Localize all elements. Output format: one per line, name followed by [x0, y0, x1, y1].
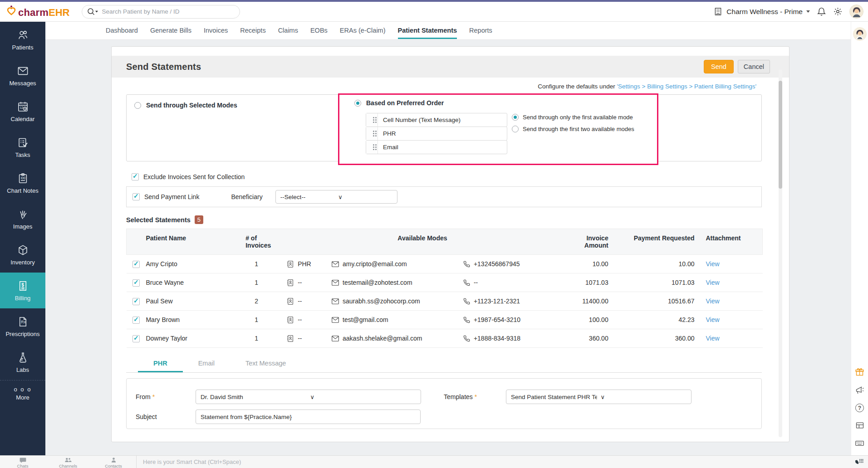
- search-filter-caret-icon[interactable]: [95, 11, 98, 13]
- person-icon: [111, 457, 117, 463]
- app-header: charm EHR Charm Wellness - Prime: [0, 2, 868, 22]
- scrollbar-thumb[interactable]: [779, 81, 782, 189]
- phone-value: +1987-654-3210: [474, 316, 520, 323]
- search-input[interactable]: [102, 8, 235, 15]
- first-two-modes-radio[interactable]: [512, 126, 519, 132]
- sidebar-item-tasks[interactable]: Tasks: [0, 129, 45, 165]
- email-value: testemail@zohotest.com: [343, 279, 412, 286]
- order-item-cell-number[interactable]: Cell Number (Text Message): [366, 113, 507, 127]
- sidebar-item-calendar[interactable]: 12 Calendar: [0, 93, 45, 129]
- tab-reports[interactable]: Reports: [469, 23, 492, 39]
- templates-select[interactable]: Send Patient Statement PHR Template ∨: [506, 390, 691, 404]
- patient-name: Mary Brown: [146, 311, 245, 329]
- settings-gear-icon[interactable]: [833, 7, 843, 16]
- rewards-gift-icon[interactable]: [855, 367, 864, 377]
- beneficiary-select[interactable]: --Select-- ∨: [275, 190, 397, 204]
- subject-input[interactable]: [196, 410, 421, 424]
- preferred-order-radio[interactable]: [354, 100, 361, 107]
- sidebar-item-images[interactable]: Images: [0, 201, 45, 237]
- order-item-phr[interactable]: PHR: [366, 127, 507, 141]
- order-item-email[interactable]: Email: [366, 140, 507, 154]
- smart-chat-placeholder[interactable]: Here is your Smart Chat (Ctrl+Space): [143, 458, 241, 465]
- tab-phr[interactable]: PHR: [138, 355, 183, 372]
- invoice-count: 2: [245, 292, 286, 311]
- row-checkbox[interactable]: [132, 317, 140, 324]
- selected-modes-label: Send through Selected Modes: [146, 102, 237, 109]
- patient-search-bar[interactable]: [82, 5, 240, 19]
- tab-generate-bills[interactable]: Generate Bills: [150, 23, 191, 39]
- tab-email[interactable]: Email: [183, 355, 230, 372]
- billing-icon: $: [17, 280, 29, 292]
- patient-name: Bruce Wayne: [146, 273, 245, 292]
- row-checkbox[interactable]: [132, 261, 140, 268]
- dialer-phone-icon[interactable]: [854, 457, 863, 467]
- view-attachment-link[interactable]: View: [706, 297, 719, 305]
- tab-claims[interactable]: Claims: [278, 23, 298, 39]
- sidebar-item-messages[interactable]: Messages: [0, 58, 45, 93]
- contacts-button[interactable]: Contacts: [91, 457, 136, 468]
- table-row: Paul Sew 2 -- saurabh.ss@zohocorp.com +1…: [127, 292, 763, 311]
- footer-divider: [136, 456, 137, 468]
- tab-patient-statements[interactable]: Patient Statements: [398, 23, 457, 39]
- payment-requested: 360.00: [608, 329, 695, 348]
- sidebar-item-more[interactable]: o o o More: [0, 380, 45, 408]
- charm-ehr-logo[interactable]: charm EHR: [6, 5, 70, 19]
- exclude-invoices-checkbox[interactable]: [132, 173, 139, 180]
- search-icon[interactable]: [87, 7, 96, 16]
- email-value: saurabh.ss@zohocorp.com: [343, 297, 420, 305]
- sidebar-item-inventory[interactable]: Inventory: [0, 237, 45, 273]
- logo-text-ehr: EHR: [49, 7, 69, 19]
- tab-receipts[interactable]: Receipts: [240, 23, 265, 39]
- view-attachment-link[interactable]: View: [706, 335, 719, 342]
- view-attachment-link[interactable]: View: [706, 279, 719, 286]
- tab-text-message[interactable]: Text Message: [230, 355, 301, 372]
- sidebar-item-chart-notes[interactable]: CC Chart Notes: [0, 165, 45, 201]
- panel-scrollbar[interactable]: [779, 69, 782, 437]
- cancel-button[interactable]: Cancel: [738, 60, 770, 73]
- notifications-bell-icon[interactable]: [817, 7, 826, 16]
- view-attachment-link[interactable]: View: [706, 260, 719, 268]
- chart-notes-icon: CC: [17, 172, 29, 185]
- practice-selector[interactable]: Charm Wellness - Prime: [713, 7, 810, 16]
- help-icon[interactable]: ?: [855, 404, 864, 412]
- phr-mode: --: [298, 335, 302, 342]
- drag-handle-icon[interactable]: [366, 141, 378, 154]
- email-icon: [332, 336, 339, 341]
- assistant-avatar[interactable]: [853, 27, 867, 41]
- patient-name: Downey Taylor: [146, 329, 245, 348]
- row-checkbox[interactable]: [132, 298, 140, 305]
- layout-panels-icon[interactable]: [855, 421, 864, 430]
- people-group-icon: [64, 457, 72, 463]
- billing-settings-link[interactable]: 'Settings > Billing Settings > Patient B…: [617, 83, 756, 90]
- sidebar-item-patients[interactable]: Patients: [0, 22, 45, 58]
- sidebar-item-labs[interactable]: Labs: [0, 344, 45, 380]
- chats-button[interactable]: Chats: [0, 457, 45, 468]
- keyboard-shortcuts-icon[interactable]: [855, 439, 864, 448]
- view-attachment-link[interactable]: View: [706, 316, 719, 323]
- row-checkbox[interactable]: [132, 335, 140, 342]
- user-avatar[interactable]: [849, 5, 863, 19]
- tab-dashboard[interactable]: Dashboard: [106, 23, 138, 39]
- first-available-mode-radio[interactable]: [512, 114, 519, 121]
- drag-handle-icon[interactable]: [366, 113, 378, 127]
- svg-text:$: $: [21, 282, 24, 287]
- logo-text-charm: charm: [18, 7, 49, 19]
- tab-eobs[interactable]: EOBs: [310, 23, 328, 39]
- channels-button[interactable]: Channels: [45, 457, 91, 468]
- phone-value: +1123-121-2321: [474, 297, 520, 305]
- email-value: amy.cripto@email.com: [343, 260, 407, 268]
- email-icon: [332, 280, 339, 286]
- selected-modes-radio[interactable]: [134, 102, 141, 109]
- row-checkbox[interactable]: [132, 279, 140, 287]
- send-payment-link-checkbox[interactable]: [132, 193, 140, 200]
- sidebar-item-prescriptions[interactable]: Rx Prescriptions: [0, 308, 45, 344]
- drag-handle-icon[interactable]: [366, 127, 378, 140]
- tab-eras-eclaim[interactable]: ERAs (e-Claim): [340, 23, 386, 39]
- templates-label: Templates: [444, 393, 473, 400]
- whats-new-megaphone-icon[interactable]: [855, 385, 864, 395]
- tab-invoices[interactable]: Invoices: [204, 23, 228, 39]
- send-button[interactable]: Send: [704, 60, 734, 73]
- from-select[interactable]: Dr. David Smith ∨: [196, 390, 421, 404]
- sidebar-item-billing[interactable]: $ Billing: [0, 273, 45, 308]
- phone-icon: [463, 279, 470, 286]
